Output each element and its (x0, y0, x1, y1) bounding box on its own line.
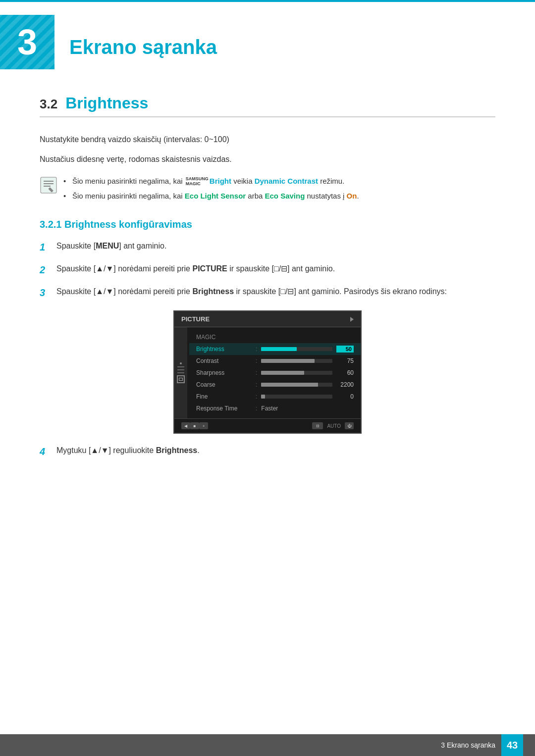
osd-row-fine: Fine : 0 (189, 391, 361, 403)
content-area: 3.2 Brightness Nustatykite bendrą vaizdo… (0, 94, 535, 506)
section-title: Brightness (65, 94, 148, 112)
osd-screenshot: PICTURE MAGIC (173, 310, 362, 434)
section-number: 3.2 (40, 97, 57, 112)
osd-fine-bar-area: : 0 (256, 393, 354, 400)
page: 3 Ekrano sąranka 3.2 Brightness Nustatyk… (0, 0, 535, 756)
osd-sidebar-line-2 (177, 369, 184, 370)
osd-row-magic: MAGIC (189, 331, 361, 343)
osd-arrow-icon (350, 317, 354, 322)
osd-row-coarse: Coarse : 2200 (189, 379, 361, 391)
note-item-2: Šio meniu pasirinkti negalima, kai Eco L… (63, 190, 359, 202)
intro-text-2: Nustačius didesnę vertę, rodomas skaiste… (40, 153, 495, 166)
step-4-text: Mygtuku [▲/▼] reguliuokite Brightness. (56, 444, 200, 457)
osd-coarse-value: 2200 (336, 381, 354, 388)
osd-sidebar-line-3 (177, 372, 184, 373)
subsection-heading: 3.2.1 Brightness konfigūravimas (40, 219, 495, 230)
osd-title: PICTURE (181, 315, 210, 323)
osd-row-brightness: Brightness : 50 (189, 343, 361, 355)
step-2: 2 Spauskite [▲/▼] norėdami pereiti prie … (40, 262, 495, 278)
note-box: Šio meniu pasirinkti negalima, kai SAMSU… (40, 175, 495, 205)
footer-page-number: 43 (501, 734, 523, 756)
step-1: 1 Spauskite [MENU] ant gaminio. (40, 239, 495, 255)
osd-contrast-fill (261, 359, 315, 363)
section-heading: 3.2 Brightness (40, 94, 495, 117)
intro-text-1: Nustatykite bendrą vaizdo skaisčių (inte… (40, 133, 495, 146)
osd-btn-left-icon: ◀ (181, 422, 190, 429)
osd-contrast-label: Contrast (196, 357, 251, 364)
osd-coarse-label: Coarse (196, 381, 251, 388)
svg-rect-0 (41, 177, 56, 193)
osd-btn-auto: AUTO (327, 423, 341, 429)
osd-brightness-fill (261, 347, 297, 351)
osd-fine-label: Fine (196, 393, 251, 400)
chapter-number: 3 (17, 24, 37, 60)
osd-btn-plus: + (199, 422, 208, 429)
osd-brightness-bar-bg (261, 347, 332, 351)
osd-power-icon: ⏻ (345, 422, 354, 429)
osd-contrast-bar-bg (261, 359, 332, 363)
footer-chapter-label: 3 Ekrano sąranka (441, 741, 495, 749)
osd-fine-bar-bg (261, 395, 332, 399)
osd-sharpness-bar-bg (261, 371, 332, 375)
osd-coarse-bar-area: : 2200 (256, 381, 354, 388)
osd-row-response: Response Time : Faster (189, 403, 361, 414)
osd-response-bar-area: : Faster (256, 405, 354, 412)
osd-sidebar-line-1 (177, 366, 184, 367)
step-2-text: Spauskite [▲/▼] norėdami pereiti prie PI… (56, 262, 335, 275)
page-footer: 3 Ekrano sąranka 43 (0, 734, 535, 756)
osd-footer: ◀ ■ + ⊟ AUTO ⏻ (174, 418, 361, 433)
note-icon (40, 176, 57, 194)
osd-sharpness-label: Sharpness (196, 369, 251, 376)
osd-fine-fill (261, 395, 265, 399)
step-3: 3 Spauskite [▲/▼] norėdami pereiti prie … (40, 285, 495, 301)
header-area: 3 Ekrano sąranka (0, 0, 535, 79)
osd-btn-down-icon: ■ (190, 422, 199, 429)
osd-coarse-fill (261, 383, 318, 387)
step-3-text: Spauskite [▲/▼] norėdami pereiti prie Br… (56, 285, 447, 298)
top-accent-bar (0, 0, 535, 2)
osd-header: PICTURE (174, 311, 361, 327)
osd-contrast-bar-area: : 75 (256, 357, 354, 364)
osd-brightness-label: Brightness (196, 346, 251, 353)
osd-response-label: Response Time (196, 405, 251, 412)
steps-list: 1 Spauskite [MENU] ant gaminio. 2 Spausk… (40, 239, 495, 301)
osd-btn-left: ◀ (181, 422, 190, 429)
step-1-text: Spauskite [MENU] ant gaminio. (56, 239, 166, 252)
osd-sidebar-monitor-inner (179, 378, 183, 381)
note-item-1: Šio meniu pasirinkti negalima, kai SAMSU… (63, 175, 359, 187)
osd-brightness-value: 50 (336, 346, 354, 353)
chapter-title: Ekrano sąranka (69, 26, 217, 58)
osd-sidebar-dot (180, 362, 182, 364)
osd-sidebar (174, 327, 187, 418)
osd-auto-label: AUTO (327, 423, 341, 429)
osd-sharpness-value: 60 (336, 369, 354, 376)
osd-row-contrast: Contrast : 75 (189, 355, 361, 367)
osd-coarse-bar-bg (261, 383, 332, 387)
osd-btn-monitor-icon: ⊟ (312, 422, 323, 429)
osd-menu-rows: MAGIC Brightness : 50 (189, 327, 361, 418)
osd-sharpness-fill (261, 371, 304, 375)
osd-btn-down: ■ (190, 422, 199, 429)
osd-body-area: MAGIC Brightness : 50 (174, 327, 361, 418)
osd-sharpness-bar-area: : 60 (256, 369, 354, 376)
osd-sidebar-monitor-icon (177, 375, 185, 383)
osd-btn-monitor: ⊟ (312, 422, 323, 429)
osd-btn-power: ⏻ (345, 422, 354, 429)
osd-fine-value: 0 (336, 393, 354, 400)
osd-btn-plus-icon: + (199, 422, 208, 429)
osd-contrast-value: 75 (336, 357, 354, 364)
chapter-number-block: 3 (0, 15, 54, 69)
note-list: Šio meniu pasirinkti negalima, kai SAMSU… (63, 175, 359, 205)
osd-brightness-bar-area: : 50 (256, 346, 354, 353)
step-4: 4 Mygtuku [▲/▼] reguliuokite Brightness. (40, 444, 495, 459)
osd-response-value: Faster (261, 405, 278, 412)
osd-magic-label: MAGIC (196, 334, 251, 341)
osd-row-sharpness: Sharpness : 60 (189, 367, 361, 379)
